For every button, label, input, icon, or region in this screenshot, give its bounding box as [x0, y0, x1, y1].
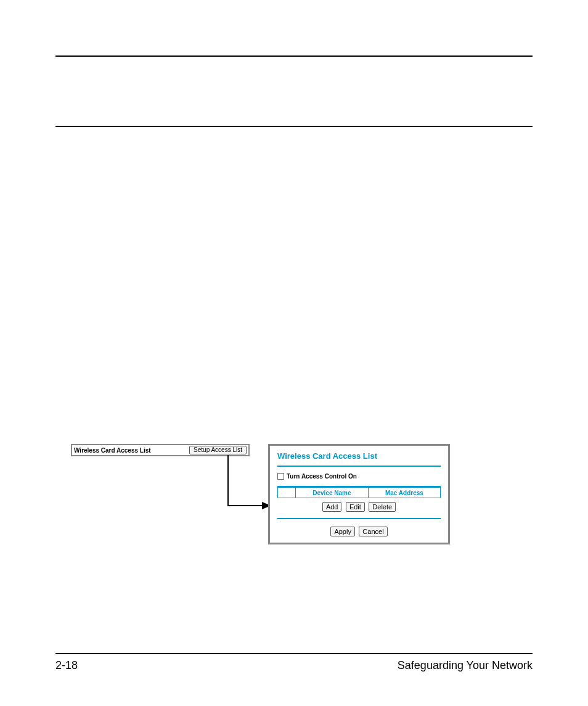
edit-button[interactable]: Edit — [346, 502, 365, 512]
apply-button[interactable]: Apply — [330, 527, 355, 536]
dialog-separator-top — [277, 466, 441, 467]
figure-wireless-access-list: Wireless Card Access List Setup Access L… — [71, 444, 472, 555]
table-header-row: Device Name Mac Address — [278, 488, 441, 498]
table-header-mac: Mac Address — [368, 488, 440, 498]
wireless-card-access-list-dialog: Wireless Card Access List Turn Access Co… — [268, 444, 450, 544]
delete-button[interactable]: Delete — [369, 502, 396, 512]
document-page: Wireless Card Access List Setup Access L… — [0, 0, 588, 706]
page-number: 2-18 — [55, 659, 78, 672]
footer-row: 2-18 Safeguarding Your Network — [55, 659, 533, 672]
table-header-blank — [278, 488, 296, 498]
sub-header-rule — [55, 126, 533, 127]
section-title: Safeguarding Your Network — [398, 659, 533, 672]
turn-access-control-label: Turn Access Control On — [287, 473, 357, 480]
access-control-row: Turn Access Control On — [277, 473, 441, 480]
dialog-action-row: Apply Cancel — [277, 525, 441, 536]
dialog-separator-bottom — [277, 518, 441, 519]
dialog-title: Wireless Card Access List — [277, 451, 441, 461]
page-footer: 2-18 Safeguarding Your Network — [55, 653, 533, 672]
table-button-row: Add Edit Delete — [277, 501, 441, 512]
setup-access-list-button[interactable]: Setup Access List — [189, 446, 247, 454]
header-rule — [55, 55, 533, 57]
mini-panel-label: Wireless Card Access List — [74, 447, 151, 454]
turn-access-control-checkbox[interactable] — [277, 473, 284, 480]
add-button[interactable]: Add — [322, 502, 342, 512]
table-header-device: Device Name — [296, 488, 369, 498]
cancel-button[interactable]: Cancel — [359, 527, 387, 536]
device-table: Device Name Mac Address — [277, 487, 441, 498]
arrow-icon — [210, 455, 277, 523]
footer-rule — [55, 653, 533, 654]
wireless-card-access-list-mini-panel: Wireless Card Access List Setup Access L… — [71, 444, 250, 456]
